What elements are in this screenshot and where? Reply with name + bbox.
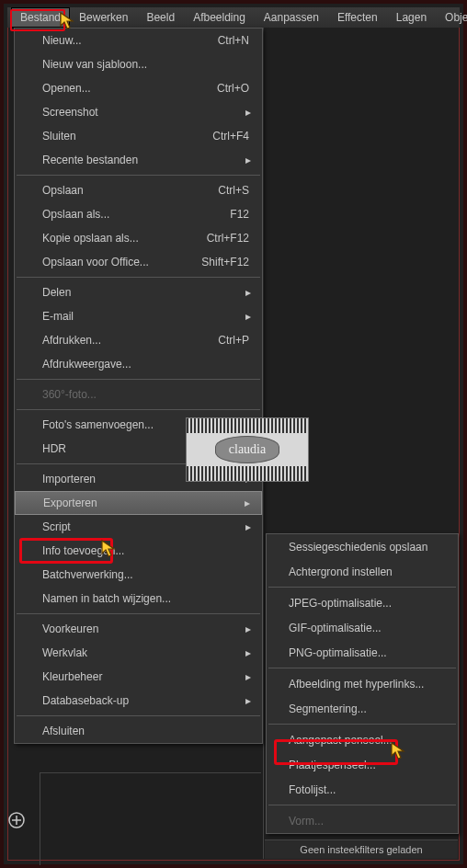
- file-menu-item[interactable]: Screenshot▸: [15, 100, 262, 124]
- menu-item-shortcut: Ctrl+P: [218, 334, 255, 347]
- chevron-right-icon: ▸: [245, 497, 254, 509]
- menu-item-label: Afdrukken...: [42, 334, 218, 347]
- file-menu-item[interactable]: Databaseback-up▸: [15, 689, 262, 713]
- menu-item-label: Namen in batch wijzigen...: [42, 592, 255, 605]
- export-menu-item[interactable]: Fotolijst...: [267, 777, 458, 802]
- export-menu-item: Vorm...: [267, 808, 458, 833]
- menu-item-label: Batchverwerking...: [42, 568, 255, 581]
- file-menu-item[interactable]: Afsluiten: [15, 719, 262, 743]
- export-submenu: Sessiegeschiedenis opslaanAchtergrond in…: [266, 533, 459, 834]
- menu-separator: [17, 715, 260, 716]
- menu-separator: [17, 613, 260, 614]
- file-menu-item[interactable]: Kleurbeheer▸: [15, 665, 262, 689]
- file-menu-item[interactable]: Delen▸: [15, 280, 262, 304]
- menu-item-label: Sessiegeschiedenis opslaan: [289, 541, 449, 554]
- menu-item-label: Opslaan als...: [42, 208, 230, 221]
- export-menu-item[interactable]: PNG-optimalisatie...: [267, 640, 458, 665]
- menu-item-label: Segmentering...: [289, 702, 449, 715]
- menu-item-label: Openen...: [42, 82, 217, 95]
- menubar-item-afbeelding[interactable]: Afbeelding: [184, 7, 255, 28]
- file-menu-item[interactable]: Nieuw...Ctrl+N: [15, 29, 262, 52]
- export-menu-item[interactable]: Segmentering...: [267, 696, 458, 721]
- menu-separator: [268, 724, 456, 725]
- screenshot-root: BestandBewerkenBeeldAfbeeldingAanpassenE…: [0, 0, 467, 868]
- file-menu-item[interactable]: Afdrukken...Ctrl+P: [15, 328, 262, 352]
- menu-item-label: Afsluiten: [42, 725, 255, 737]
- menu-item-label: Script: [42, 520, 245, 533]
- file-menu-item[interactable]: Werkvlak▸: [15, 641, 262, 665]
- menu-item-label: Kleurbeheer: [42, 670, 245, 683]
- file-menu-item[interactable]: Opslaan als...F12: [15, 202, 262, 226]
- menu-item-label: Werkvlak: [42, 646, 245, 659]
- highlight-submenu-aangepast-penseel: [274, 739, 398, 765]
- menu-item-label: Delen: [42, 286, 245, 299]
- file-menu-item[interactable]: Opslaan voor Office...Shift+F12: [15, 250, 262, 274]
- menu-item-shortcut: Ctrl+F12: [207, 232, 255, 245]
- menu-item-label: Databaseback-up: [42, 694, 245, 707]
- file-menu-item[interactable]: OpslaanCtrl+S: [15, 178, 262, 202]
- menu-item-label: Opslaan voor Office...: [42, 256, 201, 268]
- chevron-right-icon: ▸: [245, 670, 255, 683]
- pointer-icon: [100, 539, 128, 559]
- file-menu-item[interactable]: E-mail▸: [15, 304, 262, 328]
- file-menu-item[interactable]: Namen in batch wijzigen...: [15, 587, 262, 611]
- export-menu-item[interactable]: Afbeelding met hyperlinks...: [267, 671, 458, 696]
- menu-item-label: Achtergrond instellen: [289, 565, 449, 578]
- status-text: Geen insteekfilters geladen: [300, 844, 422, 855]
- menubar-item-objecten[interactable]: Objecten: [436, 7, 467, 28]
- menubar-item-beeld[interactable]: Beeld: [137, 7, 184, 28]
- menu-separator: [17, 277, 260, 278]
- file-menu-item[interactable]: Voorkeuren▸: [15, 617, 262, 641]
- pointer-icon: [59, 11, 86, 31]
- add-icon[interactable]: [7, 811, 26, 829]
- menu-item-label: Nieuw...: [42, 34, 218, 47]
- menu-item-label: Sluiten: [42, 130, 212, 143]
- pointer-icon: [390, 741, 417, 761]
- file-menu-item[interactable]: Script▸: [15, 515, 262, 539]
- menu-item-label: Opslaan: [42, 184, 218, 197]
- file-menu-item[interactable]: Nieuw van sjabloon...: [15, 52, 262, 76]
- canvas-area: [40, 772, 261, 865]
- menu-item-label: Exporteren: [43, 497, 245, 509]
- file-menu-item[interactable]: Recente bestanden▸: [15, 148, 262, 172]
- menu-item-label: Kopie opslaan als...: [42, 232, 207, 245]
- file-menu-item[interactable]: Exporteren▸: [15, 491, 262, 515]
- menu-item-label: Nieuw van sjabloon...: [42, 58, 255, 71]
- highlight-menubar-bestand: [10, 9, 65, 31]
- menu-item-label: Afdrukweergave...: [42, 358, 255, 371]
- export-menu-item[interactable]: GIF-optimalisatie...: [267, 615, 458, 640]
- file-dropdown: Nieuw...Ctrl+NNieuw van sjabloon...Opene…: [14, 28, 263, 744]
- export-menu-item[interactable]: Achtergrond instellen: [267, 559, 458, 584]
- menu-item-shortcut: Ctrl+F4: [212, 130, 255, 143]
- file-menu-item[interactable]: Kopie opslaan als...Ctrl+F12: [15, 226, 262, 250]
- chevron-right-icon: ▸: [245, 694, 255, 707]
- menu-item-label: Screenshot: [42, 106, 245, 119]
- menubar-item-aanpassen[interactable]: Aanpassen: [255, 7, 328, 28]
- chevron-right-icon: ▸: [245, 106, 255, 119]
- menu-item-label: Vorm...: [289, 815, 449, 828]
- chevron-right-icon: ▸: [245, 622, 255, 635]
- menu-separator: [17, 409, 260, 410]
- chevron-right-icon: ▸: [245, 310, 255, 323]
- menu-item-label: Recente bestanden: [42, 154, 245, 166]
- file-menu-item[interactable]: Openen...Ctrl+O: [15, 76, 262, 100]
- chevron-right-icon: ▸: [245, 646, 255, 659]
- export-menu-item[interactable]: JPEG-optimalisatie...: [267, 590, 458, 615]
- menubar-item-effecten[interactable]: Effecten: [328, 7, 387, 28]
- menu-separator: [268, 805, 456, 805]
- menubar-item-lagen[interactable]: Lagen: [387, 7, 436, 28]
- menu-item-label: 360°-foto...: [42, 388, 255, 401]
- menu-item-label: PNG-optimalisatie...: [289, 646, 449, 659]
- menu-item-label: Voorkeuren: [42, 622, 245, 635]
- file-menu-item[interactable]: SluitenCtrl+F4: [15, 124, 262, 148]
- export-menu-item[interactable]: Sessiegeschiedenis opslaan: [267, 534, 458, 559]
- menu-item-label: E-mail: [42, 310, 245, 323]
- menu-item-label: Afbeelding met hyperlinks...: [289, 678, 449, 691]
- menu-item-shortcut: F12: [230, 208, 255, 221]
- chevron-right-icon: ▸: [245, 154, 255, 166]
- file-menu-item[interactable]: Afdrukweergave...: [15, 352, 262, 376]
- menu-item-label: Fotolijst...: [289, 783, 449, 796]
- watermark-text: claudia: [215, 436, 279, 463]
- file-menu-item[interactable]: Batchverwerking...: [15, 563, 262, 587]
- menu-separator: [17, 175, 260, 176]
